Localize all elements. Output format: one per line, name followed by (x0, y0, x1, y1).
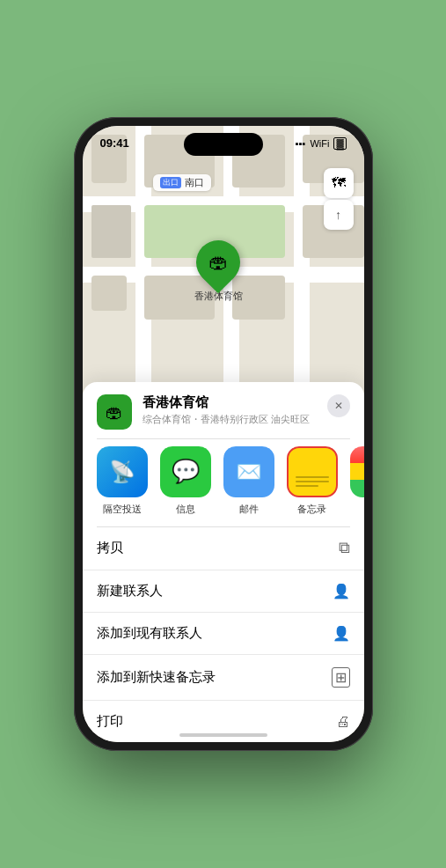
map-icon: 🗺 (332, 175, 346, 191)
close-button[interactable]: ✕ (327, 394, 350, 417)
venue-name: 香港体育馆 (143, 394, 317, 411)
share-airdrop[interactable]: 📡 隔空投送 (97, 446, 148, 516)
venue-header: 🏟 香港体育馆 综合体育馆・香港特别行政区 油尖旺区 ✕ (83, 382, 364, 438)
action-print-label: 打印 (97, 713, 123, 730)
location-button[interactable]: ↑ (324, 200, 354, 230)
share-more[interactable]: ··· 推 (350, 446, 364, 516)
dynamic-island (184, 133, 263, 156)
messages-label: 信息 (176, 503, 195, 516)
airdrop-icon: 📡 (109, 460, 135, 484)
exit-badge: 出口 (160, 177, 181, 188)
bottom-sheet: 🏟 香港体育馆 综合体育馆・香港特别行政区 油尖旺区 ✕ 📡 隔空投送 (83, 382, 364, 742)
wifi-icon: WiFi (310, 138, 329, 149)
map-controls: 🗺 ↑ (324, 168, 354, 230)
status-time: 09:41 (100, 136, 129, 150)
copy-icon: ⧉ (339, 539, 350, 557)
action-copy-label: 拷贝 (97, 540, 123, 556)
messages-icon-wrap: 💬 (160, 446, 211, 497)
action-new-contact-label: 新建联系人 (97, 583, 163, 600)
mail-icon-wrap: ✉️ (223, 446, 274, 497)
print-icon: 🖨 (336, 714, 350, 730)
venue-subtitle: 综合体育馆・香港特别行政区 油尖旺区 (143, 413, 317, 426)
map-type-button[interactable]: 🗺 (324, 168, 354, 198)
notes-label: 备忘录 (297, 503, 326, 516)
pin-bubble: 🏟 (187, 232, 250, 294)
home-indicator (179, 733, 267, 737)
airdrop-label: 隔空投送 (103, 503, 142, 516)
new-contact-icon: 👤 (333, 583, 350, 600)
venue-icon: 🏟 (97, 394, 132, 430)
share-mail[interactable]: ✉️ 邮件 (223, 446, 274, 516)
mail-icon: ✉️ (236, 460, 262, 484)
venue-pin[interactable]: 🏟 香港体育馆 (194, 240, 243, 303)
action-quick-note[interactable]: 添加到新快速备忘录 ⊞ (83, 654, 364, 700)
venue-info: 香港体育馆 综合体育馆・香港特别行政区 油尖旺区 (143, 394, 317, 426)
messages-icon: 💬 (172, 458, 200, 485)
more-icon-wrap: ··· (350, 446, 364, 497)
location-arrow-icon: ↑ (335, 208, 341, 222)
share-apps-row: 📡 隔空投送 💬 信息 ✉️ 邮件 (83, 439, 364, 526)
add-contact-icon: 👤 (333, 625, 350, 642)
share-notes[interactable]: 备忘录 (287, 446, 338, 516)
phone-screen: 09:41 ▪▪▪ WiFi ▓ (83, 126, 364, 742)
status-icons: ▪▪▪ WiFi ▓ (296, 137, 347, 150)
signal-icon: ▪▪▪ (296, 138, 306, 149)
venue-icon-symbol: 🏟 (106, 402, 123, 423)
action-add-contact-label: 添加到现有联系人 (97, 625, 202, 642)
action-copy[interactable]: 拷贝 ⧉ (83, 526, 364, 570)
location-text: 南口 (185, 176, 204, 189)
action-quick-note-label: 添加到新快速备忘录 (97, 669, 216, 686)
action-add-contact[interactable]: 添加到现有联系人 👤 (83, 612, 364, 654)
location-label: 出口 南口 (153, 174, 211, 191)
airdrop-icon-wrap: 📡 (97, 446, 148, 497)
mail-label: 邮件 (239, 503, 259, 516)
phone-frame: 09:41 ▪▪▪ WiFi ▓ (74, 117, 373, 751)
quick-note-icon: ⊞ (332, 667, 350, 688)
action-new-contact[interactable]: 新建联系人 👤 (83, 570, 364, 612)
battery-icon: ▓ (333, 137, 346, 150)
stadium-icon: 🏟 (208, 251, 228, 274)
share-messages[interactable]: 💬 信息 (160, 446, 211, 516)
notes-icon-wrap (287, 446, 338, 497)
close-icon: ✕ (334, 400, 343, 412)
